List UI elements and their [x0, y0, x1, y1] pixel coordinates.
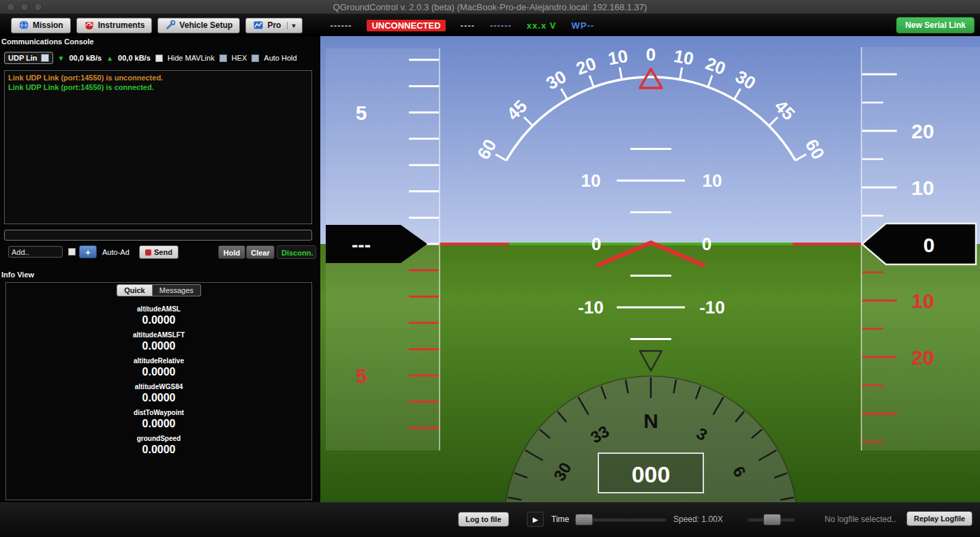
- globe-icon: [18, 20, 29, 31]
- hex-label: HEX: [232, 54, 247, 62]
- svg-text:-10: -10: [699, 297, 725, 318]
- tab-pro[interactable]: Pro ▾: [245, 18, 303, 33]
- hold-button[interactable]: Hold: [218, 245, 245, 259]
- toolbar-status: ------UNCONNECTED----------xx.x VWP--: [330, 20, 594, 31]
- clear-button[interactable]: Clear: [246, 245, 275, 259]
- svg-text:0: 0: [646, 44, 656, 65]
- wrench-icon: [165, 20, 176, 31]
- speed-slider-handle[interactable]: [763, 514, 781, 525]
- airspeed-value: ---: [352, 234, 371, 256]
- hide-mavlink-label: Hide MAVLink: [168, 54, 215, 62]
- status-item-0: ------: [330, 20, 352, 31]
- link-select-label: UDP Lin: [8, 54, 37, 62]
- auto-add-label: Auto-Ad: [102, 248, 129, 256]
- pfd-svg: 1010-10-10 00 604530201001020304560 N333…: [320, 36, 980, 502]
- main-toolbar: Mission Instruments Vehicle Setup Pro ▾ …: [0, 14, 980, 36]
- tab-vehicle-setup[interactable]: Vehicle Setup: [157, 18, 240, 33]
- link-select-box[interactable]: [41, 54, 49, 62]
- info-item-value: 0.0000: [142, 314, 176, 326]
- log-line: Link UDP Link (port:14550) is unconnecte…: [8, 73, 308, 82]
- status-item-5: WP--: [571, 20, 594, 31]
- send-label: Send: [154, 248, 172, 256]
- speed-label: Speed: 1.00X: [673, 515, 723, 524]
- upload-arrow-icon: ▲: [106, 55, 113, 62]
- add-checkbox[interactable]: [68, 248, 76, 256]
- info-item-value: 0.0000: [142, 444, 176, 456]
- tab-label: Pro: [267, 20, 281, 30]
- tab-label: Vehicle Setup: [179, 20, 232, 30]
- chart-icon: [253, 20, 264, 31]
- info-item-name: altitudeWGS84: [135, 383, 183, 390]
- bottom-bar: Log to file ▶ Time Speed: 1.00X No logfi…: [0, 502, 980, 537]
- svg-text:-10: -10: [578, 297, 604, 318]
- left-panel: Communications Console UDP Lin ▼ 00,0 kB…: [0, 36, 320, 502]
- time-slider-handle[interactable]: [575, 514, 593, 525]
- status-item-3: ------: [490, 20, 512, 31]
- status-item-4: xx.x V: [527, 20, 557, 31]
- svg-text:10: 10: [911, 177, 934, 199]
- tab-label: Mission: [33, 20, 63, 30]
- svg-text:20: 20: [911, 346, 934, 369]
- info-item-value: 0.0000: [142, 340, 176, 352]
- uplink-rate: 00,0 kB/s: [118, 54, 151, 62]
- info-item-name: altitudeAMSLFT: [133, 331, 185, 339]
- heading-value: 000: [632, 461, 671, 487]
- svg-text:20: 20: [911, 120, 934, 142]
- chevron-down-icon[interactable]: ▾: [287, 22, 295, 29]
- info-item-name: groundSpeed: [137, 435, 181, 442]
- tab-messages[interactable]: Messages: [153, 284, 201, 296]
- svg-text:5: 5: [356, 365, 367, 387]
- hex-checkbox[interactable]: [219, 55, 227, 62]
- add-button[interactable]: +: [79, 245, 97, 258]
- svg-text:N: N: [643, 410, 658, 432]
- add-input[interactable]: [8, 246, 63, 258]
- info-item-name: altitudeRelative: [134, 357, 184, 365]
- status-item-1: UNCONNECTED: [367, 20, 445, 31]
- play-button[interactable]: ▶: [527, 512, 544, 527]
- disconnect-button[interactable]: Disconn.: [277, 245, 316, 259]
- comms-console-title: Communications Console: [1, 37, 94, 46]
- status-item-2: ----: [461, 20, 475, 31]
- titlebar: QGroundControl v. 2.0.3 (beta) (MacBook-…: [0, 0, 980, 14]
- auto-hold-label: Auto Hold: [264, 54, 296, 62]
- svg-text:0: 0: [592, 234, 601, 254]
- new-serial-link-button[interactable]: New Serial Link: [896, 17, 975, 33]
- info-item-name: altitudeAMSL: [137, 305, 181, 313]
- tab-mission[interactable]: Mission: [11, 18, 71, 33]
- window-title: QGroundControl v. 2.0.3 (beta) (MacBook-…: [0, 2, 980, 12]
- info-item-value: 0.0000: [142, 366, 176, 378]
- console-log[interactable]: Link UDP Link (port:14550) is unconnecte…: [4, 70, 312, 224]
- svg-text:0: 0: [702, 234, 711, 254]
- primary-flight-display: 1010-10-10 00 604530201001020304560 N333…: [320, 36, 980, 502]
- gauge-icon: [84, 20, 95, 31]
- info-view: Quick Messages altitudeAMSL0.0000altitud…: [5, 282, 312, 500]
- downlink-rate: 00,0 kB/s: [69, 54, 102, 62]
- svg-text:10: 10: [672, 46, 695, 70]
- auto-hold-checkbox[interactable]: [251, 55, 259, 62]
- tab-label: Instruments: [98, 20, 145, 30]
- tab-instruments[interactable]: Instruments: [76, 18, 153, 33]
- time-label: Time: [551, 515, 569, 524]
- svg-text:5: 5: [356, 102, 367, 124]
- altitude-value: 0: [923, 234, 935, 256]
- speed-slider[interactable]: [748, 514, 795, 525]
- altitude-pointer: [862, 224, 976, 264]
- tab-quick[interactable]: Quick: [117, 284, 153, 296]
- command-input[interactable]: [4, 230, 312, 241]
- logfile-status: No logfile selected..: [825, 515, 896, 524]
- info-view-title: Info View: [1, 271, 34, 279]
- comms-controls: UDP Lin ▼ 00,0 kB/s ▲ 00,0 kB/s Hide MAV…: [4, 51, 297, 65]
- log-to-file-button[interactable]: Log to file: [458, 512, 509, 527]
- svg-text:10: 10: [607, 46, 630, 70]
- info-tabs: Quick Messages: [6, 284, 311, 296]
- info-item-value: 0.0000: [142, 392, 176, 404]
- link-select[interactable]: UDP Lin: [4, 52, 53, 64]
- send-button[interactable]: Send: [139, 245, 179, 259]
- svg-text:10: 10: [581, 170, 601, 191]
- log-line: Link UDP Link (port:14550) is connected.: [8, 82, 308, 92]
- info-items: altitudeAMSL0.0000altitudeAMSLFT0.0000al…: [6, 301, 311, 497]
- hide-mavlink-checkbox[interactable]: [155, 55, 163, 62]
- replay-logfile-button[interactable]: Replay Logfile: [906, 511, 973, 526]
- svg-text:10: 10: [703, 170, 722, 191]
- time-slider[interactable]: [574, 514, 667, 525]
